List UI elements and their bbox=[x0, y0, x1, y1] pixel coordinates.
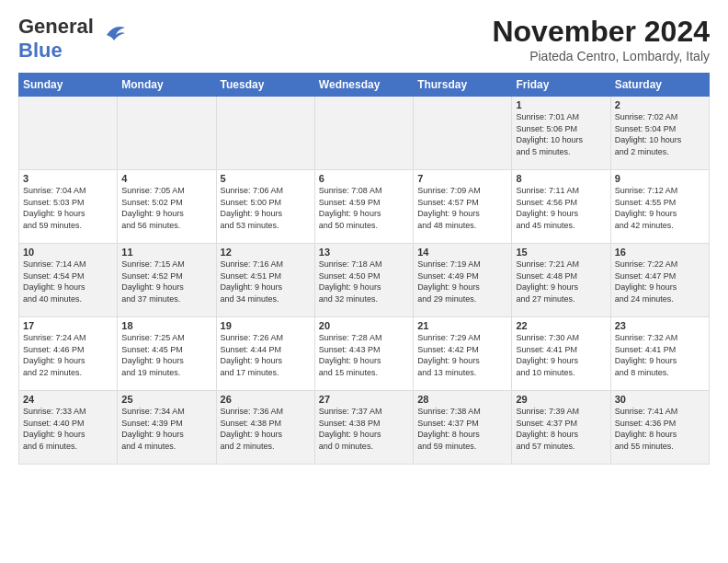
day-number: 15 bbox=[516, 247, 606, 258]
day-info: Sunrise: 7:01 AM Sunset: 5:06 PM Dayligh… bbox=[516, 111, 606, 157]
calendar-cell: 25Sunrise: 7:34 AM Sunset: 4:39 PM Dayli… bbox=[118, 391, 216, 465]
calendar-cell: 9Sunrise: 7:12 AM Sunset: 4:55 PM Daylig… bbox=[610, 170, 709, 244]
day-info: Sunrise: 7:04 AM Sunset: 5:03 PM Dayligh… bbox=[23, 185, 113, 231]
day-info: Sunrise: 7:19 AM Sunset: 4:49 PM Dayligh… bbox=[417, 259, 507, 304]
day-info: Sunrise: 7:12 AM Sunset: 4:55 PM Dayligh… bbox=[615, 185, 705, 231]
title-block: November 2024 Piateda Centro, Lombardy, … bbox=[492, 15, 710, 63]
day-number: 20 bbox=[319, 320, 409, 331]
calendar-cell: 16Sunrise: 7:22 AM Sunset: 4:47 PM Dayli… bbox=[610, 244, 709, 317]
header-row: Sunday Monday Tuesday Wednesday Thursday… bbox=[19, 74, 710, 97]
col-saturday: Saturday bbox=[610, 74, 709, 97]
calendar-week-3: 10Sunrise: 7:14 AM Sunset: 4:54 PM Dayli… bbox=[19, 244, 710, 317]
calendar-cell bbox=[414, 97, 512, 170]
header: General Blue November 2024 Piateda Centr… bbox=[18, 15, 710, 63]
day-number: 12 bbox=[221, 247, 311, 258]
day-info: Sunrise: 7:28 AM Sunset: 4:43 PM Dayligh… bbox=[319, 332, 409, 378]
calendar-week-2: 3Sunrise: 7:04 AM Sunset: 5:03 PM Daylig… bbox=[19, 170, 710, 244]
day-info: Sunrise: 7:25 AM Sunset: 4:45 PM Dayligh… bbox=[121, 332, 211, 378]
day-info: Sunrise: 7:38 AM Sunset: 4:37 PM Dayligh… bbox=[417, 406, 507, 452]
calendar-cell: 22Sunrise: 7:30 AM Sunset: 4:41 PM Dayli… bbox=[512, 317, 610, 391]
day-number: 18 bbox=[121, 320, 211, 331]
calendar-cell: 5Sunrise: 7:06 AM Sunset: 5:00 PM Daylig… bbox=[216, 170, 314, 244]
day-info: Sunrise: 7:33 AM Sunset: 4:40 PM Dayligh… bbox=[23, 406, 113, 452]
day-info: Sunrise: 7:39 AM Sunset: 4:37 PM Dayligh… bbox=[516, 406, 606, 452]
day-info: Sunrise: 7:21 AM Sunset: 4:48 PM Dayligh… bbox=[516, 259, 606, 304]
calendar-cell: 6Sunrise: 7:08 AM Sunset: 4:59 PM Daylig… bbox=[314, 170, 413, 244]
day-info: Sunrise: 7:06 AM Sunset: 5:00 PM Dayligh… bbox=[221, 185, 311, 231]
day-number: 23 bbox=[615, 320, 705, 331]
day-info: Sunrise: 7:24 AM Sunset: 4:46 PM Dayligh… bbox=[23, 332, 113, 378]
calendar-cell bbox=[118, 97, 216, 170]
day-info: Sunrise: 7:08 AM Sunset: 4:59 PM Dayligh… bbox=[319, 185, 409, 231]
day-number: 29 bbox=[516, 394, 606, 405]
col-thursday: Thursday bbox=[414, 74, 512, 97]
day-info: Sunrise: 7:37 AM Sunset: 4:38 PM Dayligh… bbox=[319, 406, 409, 452]
calendar-table: Sunday Monday Tuesday Wednesday Thursday… bbox=[18, 73, 710, 465]
main-title: November 2024 bbox=[492, 15, 710, 49]
day-number: 22 bbox=[516, 320, 606, 331]
calendar-week-1: 1Sunrise: 7:01 AM Sunset: 5:06 PM Daylig… bbox=[19, 97, 710, 170]
day-info: Sunrise: 7:22 AM Sunset: 4:47 PM Dayligh… bbox=[615, 259, 705, 304]
day-number: 4 bbox=[121, 173, 211, 184]
calendar-cell: 11Sunrise: 7:15 AM Sunset: 4:52 PM Dayli… bbox=[118, 244, 216, 317]
day-number: 16 bbox=[615, 247, 705, 258]
calendar-cell: 26Sunrise: 7:36 AM Sunset: 4:38 PM Dayli… bbox=[216, 391, 314, 465]
day-info: Sunrise: 7:18 AM Sunset: 4:50 PM Dayligh… bbox=[319, 259, 409, 304]
day-number: 10 bbox=[23, 247, 113, 258]
day-info: Sunrise: 7:11 AM Sunset: 4:56 PM Dayligh… bbox=[516, 185, 606, 231]
col-wednesday: Wednesday bbox=[314, 74, 413, 97]
day-number: 11 bbox=[121, 247, 211, 258]
day-number: 26 bbox=[221, 394, 311, 405]
calendar-cell: 18Sunrise: 7:25 AM Sunset: 4:45 PM Dayli… bbox=[118, 317, 216, 391]
logo-bird-icon bbox=[99, 22, 129, 48]
col-friday: Friday bbox=[512, 74, 610, 97]
day-info: Sunrise: 7:36 AM Sunset: 4:38 PM Dayligh… bbox=[221, 406, 311, 452]
calendar-cell bbox=[314, 97, 413, 170]
day-number: 6 bbox=[319, 173, 409, 184]
calendar-cell: 13Sunrise: 7:18 AM Sunset: 4:50 PM Dayli… bbox=[314, 244, 413, 317]
calendar-cell: 7Sunrise: 7:09 AM Sunset: 4:57 PM Daylig… bbox=[414, 170, 512, 244]
calendar-cell: 14Sunrise: 7:19 AM Sunset: 4:49 PM Dayli… bbox=[414, 244, 512, 317]
day-info: Sunrise: 7:30 AM Sunset: 4:41 PM Dayligh… bbox=[516, 332, 606, 378]
day-info: Sunrise: 7:15 AM Sunset: 4:52 PM Dayligh… bbox=[121, 259, 211, 304]
day-info: Sunrise: 7:14 AM Sunset: 4:54 PM Dayligh… bbox=[23, 259, 113, 304]
col-tuesday: Tuesday bbox=[216, 74, 314, 97]
day-number: 25 bbox=[121, 394, 211, 405]
calendar-cell: 19Sunrise: 7:26 AM Sunset: 4:44 PM Dayli… bbox=[216, 317, 314, 391]
calendar-week-4: 17Sunrise: 7:24 AM Sunset: 4:46 PM Dayli… bbox=[19, 317, 710, 391]
day-number: 2 bbox=[615, 99, 705, 110]
day-number: 1 bbox=[516, 99, 606, 110]
calendar-cell: 17Sunrise: 7:24 AM Sunset: 4:46 PM Dayli… bbox=[19, 317, 118, 391]
day-number: 17 bbox=[23, 320, 113, 331]
day-info: Sunrise: 7:09 AM Sunset: 4:57 PM Dayligh… bbox=[417, 185, 507, 231]
day-number: 21 bbox=[417, 320, 507, 331]
calendar-cell: 8Sunrise: 7:11 AM Sunset: 4:56 PM Daylig… bbox=[512, 170, 610, 244]
calendar-cell: 4Sunrise: 7:05 AM Sunset: 5:02 PM Daylig… bbox=[118, 170, 216, 244]
logo: General Blue bbox=[18, 15, 129, 63]
day-number: 5 bbox=[221, 173, 311, 184]
day-number: 30 bbox=[615, 394, 705, 405]
day-info: Sunrise: 7:29 AM Sunset: 4:42 PM Dayligh… bbox=[417, 332, 507, 378]
day-number: 3 bbox=[23, 173, 113, 184]
logo-text: General Blue bbox=[18, 15, 94, 63]
calendar-cell: 28Sunrise: 7:38 AM Sunset: 4:37 PM Dayli… bbox=[414, 391, 512, 465]
day-info: Sunrise: 7:16 AM Sunset: 4:51 PM Dayligh… bbox=[221, 259, 311, 304]
calendar-cell: 1Sunrise: 7:01 AM Sunset: 5:06 PM Daylig… bbox=[512, 97, 610, 170]
day-info: Sunrise: 7:34 AM Sunset: 4:39 PM Dayligh… bbox=[121, 406, 211, 452]
calendar-cell: 3Sunrise: 7:04 AM Sunset: 5:03 PM Daylig… bbox=[19, 170, 118, 244]
calendar-cell: 30Sunrise: 7:41 AM Sunset: 4:36 PM Dayli… bbox=[610, 391, 709, 465]
subtitle: Piateda Centro, Lombardy, Italy bbox=[492, 49, 710, 63]
day-number: 8 bbox=[516, 173, 606, 184]
calendar-cell: 20Sunrise: 7:28 AM Sunset: 4:43 PM Dayli… bbox=[314, 317, 413, 391]
calendar-cell: 21Sunrise: 7:29 AM Sunset: 4:42 PM Dayli… bbox=[414, 317, 512, 391]
calendar-cell: 12Sunrise: 7:16 AM Sunset: 4:51 PM Dayli… bbox=[216, 244, 314, 317]
calendar-cell: 27Sunrise: 7:37 AM Sunset: 4:38 PM Dayli… bbox=[314, 391, 413, 465]
day-number: 9 bbox=[615, 173, 705, 184]
calendar-week-5: 24Sunrise: 7:33 AM Sunset: 4:40 PM Dayli… bbox=[19, 391, 710, 465]
calendar-cell: 2Sunrise: 7:02 AM Sunset: 5:04 PM Daylig… bbox=[610, 97, 709, 170]
calendar-cell: 24Sunrise: 7:33 AM Sunset: 4:40 PM Dayli… bbox=[19, 391, 118, 465]
day-number: 28 bbox=[417, 394, 507, 405]
day-number: 14 bbox=[417, 247, 507, 258]
calendar-cell bbox=[216, 97, 314, 170]
day-number: 24 bbox=[23, 394, 113, 405]
